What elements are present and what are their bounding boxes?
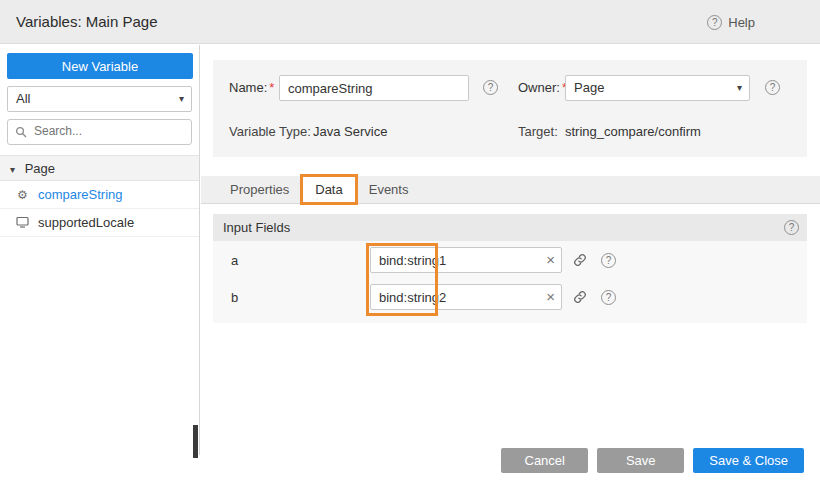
clear-icon[interactable]: × xyxy=(546,288,555,306)
field-label: a xyxy=(231,253,238,268)
service-variable-gear-icon: ⚙ xyxy=(15,189,30,201)
tab-events[interactable]: Events xyxy=(356,176,422,203)
variable-filter-value: All xyxy=(16,91,30,106)
variable-summary-panel: Name:* ? Owner:* Page ▾ ? Variable Type:… xyxy=(213,60,807,157)
name-label-wrap: Name:* xyxy=(229,80,274,95)
field-help-icon[interactable]: ? xyxy=(601,253,616,268)
owner-label-wrap: Owner:* xyxy=(518,80,567,95)
new-variable-button[interactable]: New Variable xyxy=(7,53,193,79)
chevron-down-icon: ▾ xyxy=(737,76,742,100)
tab-bar: Properties Data Events xyxy=(201,176,820,204)
target-label: Target: xyxy=(518,124,558,139)
target-value: string_compare/confirm xyxy=(565,124,701,139)
tab-properties[interactable]: Properties xyxy=(217,176,302,203)
cancel-button[interactable]: Cancel xyxy=(501,448,588,473)
field-label: b xyxy=(231,290,238,305)
tree-group-label: Page xyxy=(25,161,55,176)
name-label: Name: xyxy=(229,80,267,95)
variable-filter-select[interactable]: All ▾ xyxy=(7,86,192,112)
input-fields-help-icon[interactable]: ? xyxy=(784,220,799,235)
sidebar-item-comparestring[interactable]: ⚙ compareString xyxy=(0,181,199,209)
page-title: Variables: Main Page xyxy=(16,0,157,44)
input-field-row-a: a × ? xyxy=(213,247,807,273)
name-help-icon[interactable]: ? xyxy=(483,80,498,95)
save-button[interactable]: Save xyxy=(597,448,684,473)
input-field-row-b: b × ? xyxy=(213,284,807,310)
search-box xyxy=(7,119,192,145)
variable-type-label: Variable Type: xyxy=(229,124,311,139)
clear-icon[interactable]: × xyxy=(546,251,555,269)
search-input[interactable] xyxy=(32,120,182,142)
owner-value: Page xyxy=(574,80,604,95)
main-content: Name:* ? Owner:* Page ▾ ? Variable Type:… xyxy=(201,45,820,490)
sidebar-item-supportedlocale[interactable]: supportedLocale xyxy=(0,209,199,237)
tree-group-page[interactable]: ▾ Page xyxy=(0,155,199,181)
help-label: Help xyxy=(728,15,755,30)
help-link[interactable]: ? Help xyxy=(707,0,755,44)
owner-label: Owner: xyxy=(518,80,560,95)
save-close-button[interactable]: Save & Close xyxy=(693,448,804,473)
search-icon xyxy=(15,126,27,138)
input-fields-rows: a × ? b × xyxy=(213,241,807,323)
chevron-down-icon: ▾ xyxy=(179,87,184,111)
name-input[interactable] xyxy=(279,75,469,101)
field-input-wrap: × xyxy=(370,284,562,310)
input-fields-header: Input Fields ? xyxy=(213,214,807,241)
owner-help-icon[interactable]: ? xyxy=(765,80,780,95)
variable-type-value: Java Service xyxy=(313,124,387,139)
owner-select[interactable]: Page ▾ xyxy=(565,75,750,101)
header: Variables: Main Page ? Help xyxy=(0,0,820,44)
tree-item-label: supportedLocale xyxy=(38,215,134,230)
locale-variable-icon xyxy=(15,216,30,230)
required-asterisk: * xyxy=(269,80,274,95)
collapse-arrow-icon: ▾ xyxy=(10,164,15,175)
tab-data[interactable]: Data xyxy=(302,176,355,203)
field-input-wrap: × xyxy=(370,247,562,273)
help-question-icon: ? xyxy=(707,15,722,30)
field-a-binding-input[interactable] xyxy=(370,247,562,273)
footer-buttons: Cancel Save Save & Close xyxy=(501,448,804,473)
input-fields-title: Input Fields xyxy=(223,220,290,235)
sidebar-scrollbar-thumb[interactable] xyxy=(193,425,198,458)
tree-item-label: compareString xyxy=(38,187,123,202)
field-help-icon[interactable]: ? xyxy=(601,290,616,305)
bind-link-icon[interactable] xyxy=(573,253,587,270)
field-b-binding-input[interactable] xyxy=(370,284,562,310)
sidebar: New Variable All ▾ ▾ Page ⚙ compareStrin… xyxy=(0,45,200,455)
bind-link-icon[interactable] xyxy=(573,290,587,307)
